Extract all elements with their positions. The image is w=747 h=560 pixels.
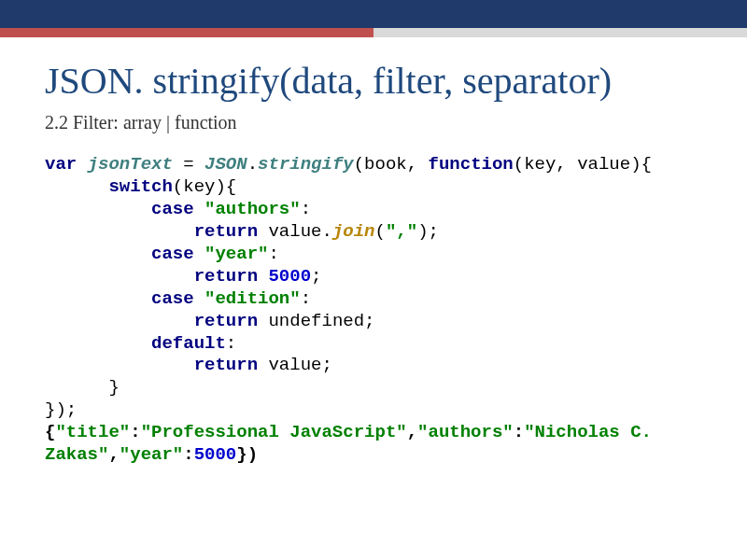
key-authors: "authors" xyxy=(417,422,514,442)
kw-case: case xyxy=(151,199,194,219)
val-profjs: "Professional JavaScript" xyxy=(141,422,407,442)
code-block: var jsonText = JSON.stringify(book, func… xyxy=(45,154,702,467)
slide-subtitle: 2.2 Filter: array | function xyxy=(45,112,702,133)
kw-var: var xyxy=(45,154,77,175)
key-title: "title" xyxy=(55,422,130,442)
kw-switch: switch xyxy=(108,176,172,197)
divider-stripe xyxy=(0,28,747,37)
key-year: "year" xyxy=(120,444,183,465)
kw-case: case xyxy=(151,244,194,264)
str-authors: "authors" xyxy=(204,199,301,219)
kw-function: function xyxy=(429,154,514,175)
str-year: "year" xyxy=(204,244,268,264)
ident-JSON: JSON xyxy=(204,154,247,175)
val-zakas-2: Zakas" xyxy=(45,444,108,465)
kw-return: return xyxy=(194,311,258,331)
kw-default: default xyxy=(151,333,226,354)
kw-return: return xyxy=(194,221,258,242)
num-5000: 5000 xyxy=(268,266,311,287)
stripe-gray xyxy=(374,28,747,37)
slide-title: JSON. stringify(data, filter, separator) xyxy=(45,60,702,103)
val-5000: 5000 xyxy=(194,444,237,465)
str-edition: "edition" xyxy=(204,288,301,309)
str-comma: "," xyxy=(386,221,417,242)
method-join: join xyxy=(332,221,375,242)
method-stringify: stringify xyxy=(258,154,354,175)
kw-case: case xyxy=(151,288,194,309)
kw-return: return xyxy=(194,266,258,287)
val-zakas-1: "Nicholas C. xyxy=(524,422,662,442)
slide-content: JSON. stringify(data, filter, separator)… xyxy=(0,37,747,467)
kw-return: return xyxy=(194,355,258,375)
header-bar xyxy=(0,0,747,28)
stripe-red xyxy=(0,28,374,37)
ident-jsonText: jsonText xyxy=(88,154,173,175)
